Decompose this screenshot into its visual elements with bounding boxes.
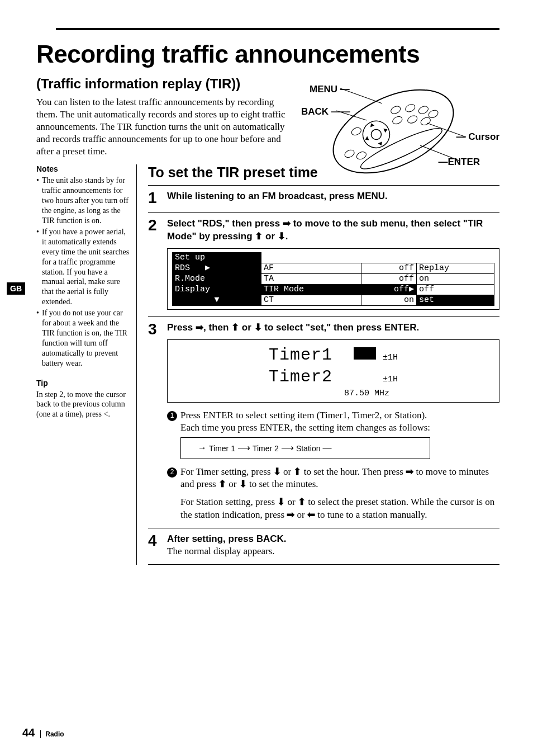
step-1-text: While listening to an FM broadcast, pres… [167, 191, 388, 201]
arrow-down-icon: ⬇ [277, 497, 285, 507]
arrow-up-icon: ⬆ [231, 322, 239, 333]
footer-section: Radio [40, 730, 64, 738]
remote-label-back: BACK —— [301, 106, 350, 117]
arrow-up-icon: ⬆ [293, 466, 301, 477]
arrow-right-icon: ⟶ [281, 442, 294, 454]
page-number: 44 [22, 726, 35, 739]
substep-2: 2 For Timer setting, press ⬇ or ⬆ to set… [167, 466, 499, 521]
arrow-right-icon: ⟶ [237, 442, 250, 454]
flow-diagram: → Timer 1 ⟶ Timer 2 ⟶ Station — [180, 437, 430, 459]
arrow-up-icon: ⬆ [298, 497, 306, 507]
step-2: 2 Select "RDS," then press ➡ to move to … [148, 212, 499, 316]
top-rule [56, 28, 499, 30]
arrow-up-icon: ⬆ [218, 479, 226, 489]
remote-label-enter: —ENTER [438, 157, 480, 168]
step-number: 2 [148, 218, 167, 309]
arrow-down-icon: ⬇ [254, 322, 262, 333]
intro-paragraph: You can listen to the latest traffic ann… [36, 96, 293, 158]
arrow-right-icon: ➡ [406, 466, 413, 477]
arrow-right-icon: ➡ [287, 509, 294, 520]
page-title: Recording traffic announcements [36, 40, 499, 68]
timer-display: Timer1 ±1H Timer2 ±1H 87.50 MHz [167, 339, 499, 403]
step-number: 4 [148, 533, 167, 557]
step-3-text: Press ➡, then ⬆ or ⬇ to select "set," th… [167, 322, 419, 333]
page-footer: 44 Radio [22, 726, 64, 739]
menu-display: Set up RDS ▶ AF off Replay R.Mode TA off [167, 248, 499, 310]
step-1: 1 While listening to an FM broadcast, pr… [148, 185, 499, 212]
step-2-text: Select "RDS," then press ➡ to move to th… [167, 218, 483, 241]
remote-label-menu: MENU — [310, 84, 350, 95]
sidebar-notes: Notes The unit also stands by for traffi… [36, 164, 137, 564]
note-item: If you do not use your car for about a w… [36, 308, 130, 368]
circled-one-icon: 1 [167, 411, 177, 421]
arrow-right-icon: ➡ [283, 218, 291, 229]
main-content: To set the TIR preset time 1 While liste… [137, 164, 499, 564]
tip-text: In step 2, to move the cursor back to th… [36, 390, 130, 420]
arrow-down-icon: ⬇ [239, 479, 247, 489]
arrow-right-icon: — [322, 442, 331, 454]
step-4-heading: After setting, press BACK. [167, 533, 286, 544]
step-4: 4 After setting, press BACK. The normal … [148, 528, 499, 565]
arrow-right-icon: → [198, 442, 207, 454]
substep-1: 1 Press ENTER to select setting item (Ti… [167, 409, 499, 459]
step-number: 3 [148, 322, 167, 521]
circled-two-icon: 2 [167, 467, 177, 478]
notes-heading: Notes [36, 164, 130, 174]
arrow-up-icon: ⬆ [255, 231, 263, 242]
arrow-down-icon: ⬇ [273, 466, 281, 477]
arrow-right-icon: ➡ [196, 322, 203, 333]
cursor-block-icon [354, 347, 376, 360]
note-item: If you have a power aerial, it automatic… [36, 227, 130, 307]
tip-heading: Tip [36, 379, 130, 389]
remote-control-diagram: MENU — BACK —— — Cursor —ENTER [293, 78, 499, 185]
note-item: The unit also stands by for traffic anno… [36, 176, 130, 226]
remote-label-cursor: — Cursor [456, 131, 499, 143]
arrow-left-icon: ⬅ [307, 509, 315, 520]
page-subtitle: (Traffic information replay (TIR)) [36, 76, 240, 92]
arrow-down-icon: ⬇ [278, 231, 285, 242]
language-tag: GB [7, 282, 25, 295]
step-3: 3 Press ➡, then ⬆ or ⬇ to select "set," … [148, 316, 499, 528]
step-4-text: The normal display appears. [167, 546, 275, 556]
step-number: 1 [148, 190, 167, 206]
